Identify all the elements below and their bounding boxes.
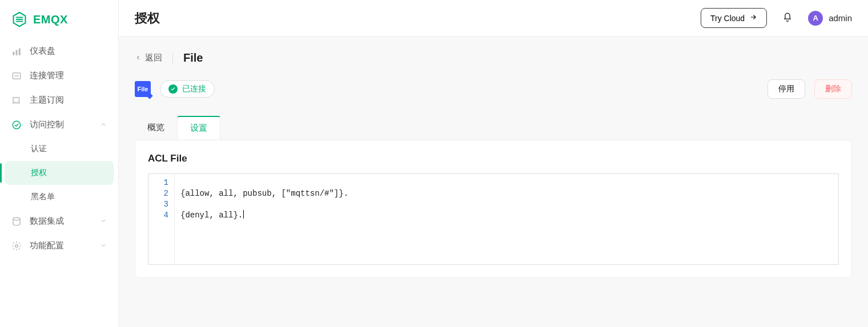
main-area: 授权 Try Cloud A admin: [119, 0, 868, 327]
back-button[interactable]: 返回: [135, 53, 162, 63]
chevron-down-icon: [100, 241, 107, 251]
gear-icon: [11, 241, 22, 251]
page-title: 授权: [135, 10, 160, 27]
status-row: File 已连接 停用 删除: [135, 79, 852, 99]
topbar: 授权 Try Cloud A admin: [119, 0, 868, 37]
logo-text: EMQX: [33, 13, 68, 26]
sidebar-item-label: 访问控制: [30, 119, 64, 130]
file-type-badge: File: [135, 81, 151, 97]
nav-list: 仪表盘 连接管理 主题订阅 访问控制 认证 授权: [0, 39, 118, 258]
sidebar-item-authorization[interactable]: 授权: [5, 161, 114, 185]
sidebar-item-label: 数据集成: [30, 216, 64, 227]
svg-point-4: [13, 121, 21, 129]
sidebar-item-label: 功能配置: [30, 240, 64, 251]
chevron-up-icon: [100, 120, 107, 130]
sidebar-item-subscriptions[interactable]: 主题订阅: [0, 88, 118, 112]
acl-file-editor[interactable]: 1 2 3 4 {allow, all, pubsub, ["mqttsn/#"…: [148, 173, 839, 265]
logo[interactable]: EMQX: [0, 11, 118, 39]
panel-title: ACL File: [148, 153, 839, 164]
sidebar-item-connections[interactable]: 连接管理: [0, 63, 118, 88]
topbar-right: Try Cloud A admin: [701, 8, 852, 28]
code-line-2: {allow, all, pubsub, ["mqttsn/#"]}.: [180, 189, 348, 198]
sidebar-item-label: 认证: [31, 144, 47, 154]
code-body[interactable]: {allow, all, pubsub, ["mqttsn/#"]}. {den…: [175, 174, 838, 264]
sidebar-item-dashboard[interactable]: 仪表盘: [0, 39, 118, 63]
code-line-4: {denyl, all}.: [180, 211, 244, 220]
sidebar-item-label: 主题订阅: [30, 95, 64, 106]
integration-icon: [11, 216, 22, 227]
sidebar-item-blacklist[interactable]: 黑名单: [0, 185, 118, 209]
logo-icon: [11, 11, 27, 27]
status-text: 已连接: [182, 84, 206, 94]
subscriptions-icon: [11, 95, 22, 106]
bell-icon: [782, 16, 793, 25]
avatar: A: [808, 11, 823, 26]
breadcrumb: 返回 File: [135, 51, 852, 64]
sidebar-item-data-integration[interactable]: 数据集成: [0, 209, 118, 233]
back-label: 返回: [145, 53, 162, 63]
content: 返回 File File 已连接 停用 删除 概览 设置 ACL File: [119, 37, 868, 327]
sidebar-item-label: 授权: [31, 168, 47, 178]
settings-panel: ACL File 1 2 3 4 {allow, all, pubsub, ["…: [135, 140, 852, 278]
tab-overview[interactable]: 概览: [135, 116, 177, 139]
notifications-button[interactable]: [779, 9, 795, 27]
sidebar-item-access-control[interactable]: 访问控制: [0, 112, 118, 137]
svg-rect-1: [16, 50, 18, 55]
sidebar: EMQX 仪表盘 连接管理 主题订阅 访问控制: [0, 0, 119, 327]
username: admin: [829, 13, 852, 23]
sidebar-item-authentication[interactable]: 认证: [0, 137, 118, 161]
divider: [172, 53, 173, 63]
connections-icon: [11, 71, 22, 81]
tab-settings[interactable]: 设置: [177, 116, 220, 139]
chevron-down-icon: [100, 216, 107, 226]
shield-check-icon: [11, 120, 22, 130]
svg-point-6: [15, 244, 18, 247]
line-gutter: 1 2 3 4: [148, 174, 175, 264]
try-cloud-button[interactable]: Try Cloud: [701, 8, 767, 28]
arrow-right-icon: [749, 13, 757, 23]
tabs: 概览 设置: [135, 116, 852, 140]
sidebar-item-label: 黑名单: [31, 192, 55, 202]
disable-button[interactable]: 停用: [767, 79, 805, 99]
sidebar-item-config[interactable]: 功能配置: [0, 233, 118, 258]
sidebar-item-label: 连接管理: [30, 70, 64, 81]
try-cloud-label: Try Cloud: [710, 14, 745, 23]
connection-status: 已连接: [160, 80, 215, 98]
chevron-left-icon: [135, 53, 142, 63]
delete-button[interactable]: 删除: [814, 79, 852, 99]
dashboard-icon: [11, 46, 22, 56]
svg-rect-2: [19, 48, 21, 55]
svg-point-5: [13, 217, 20, 220]
user-menu[interactable]: A admin: [808, 11, 852, 26]
svg-rect-0: [13, 51, 14, 55]
check-icon: [168, 84, 178, 94]
breadcrumb-title: File: [183, 51, 203, 64]
sidebar-item-label: 仪表盘: [30, 46, 55, 56]
